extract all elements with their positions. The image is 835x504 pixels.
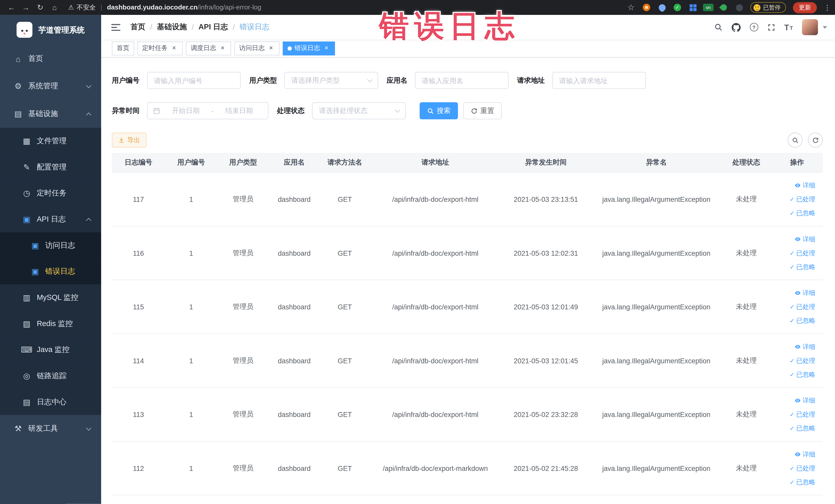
extension-paw-icon[interactable]	[735, 3, 744, 12]
action-detail-link[interactable]: 详细	[794, 181, 815, 190]
action-ignored-link[interactable]: ✓已忽略	[790, 478, 815, 486]
sidebar-item-config-management[interactable]: ✎配置管理	[0, 154, 101, 180]
extension-icon-4[interactable]	[688, 3, 697, 12]
action-detail-link[interactable]: 详细	[794, 235, 815, 244]
download-icon	[118, 137, 125, 143]
cell-time: 2021-05-02 23:32:28	[501, 410, 591, 418]
action-processed-link[interactable]: ✓已处理	[790, 410, 815, 419]
sidebar-item-infrastructure[interactable]: ▤基础设施	[0, 100, 101, 128]
search-button[interactable]: 搜索	[420, 102, 458, 119]
eye-icon	[794, 182, 801, 189]
tab-close-icon[interactable]: ×	[323, 44, 330, 52]
action-detail-link[interactable]: 详细	[794, 396, 815, 405]
tab-close-icon[interactable]: ×	[219, 44, 226, 52]
help-icon[interactable]: ?	[750, 23, 758, 31]
back-button[interactable]: ←	[4, 1, 19, 14]
action-processed-link[interactable]: ✓已处理	[790, 356, 815, 365]
cell-id: 113	[112, 410, 165, 418]
sidebar-item-java-monitor[interactable]: ⌨Java 监控	[0, 337, 101, 363]
action-processed-link[interactable]: ✓已处理	[790, 195, 815, 204]
reload-button[interactable]: ↻	[33, 1, 47, 14]
sidebar-item-trace[interactable]: ◎链路追踪	[0, 363, 101, 389]
cell-user-id: 1	[165, 464, 217, 472]
app-name-input[interactable]	[415, 72, 509, 89]
sidebar-item-file-management[interactable]: ▦文件管理	[0, 128, 101, 154]
address-bar[interactable]: ⚠ 不安全 | dashboard.yudao.iocoder.cn/infra…	[68, 3, 620, 12]
browser-menu-icon[interactable]: ⋮	[824, 3, 831, 11]
url-path: /infra/log/api-error-log	[198, 4, 261, 11]
request-url-input[interactable]	[552, 72, 646, 89]
refresh-button[interactable]	[808, 133, 823, 148]
action-detail-link[interactable]: 详细	[794, 342, 815, 351]
search-icon[interactable]	[714, 23, 722, 31]
sidebar-item-home[interactable]: ⌂首页	[0, 45, 101, 73]
action-processed-link[interactable]: ✓已处理	[790, 302, 815, 311]
sidebar-item-log-center[interactable]: ▤日志中心	[0, 389, 101, 415]
sidebar-item-dev-tools[interactable]: ⚒研发工具	[0, 415, 101, 443]
tab-dispatch-log[interactable]: 调度日志×	[186, 41, 231, 55]
fullscreen-icon[interactable]	[767, 23, 775, 31]
sidebar-item-redis-monitor[interactable]: ▨Redis 监控	[0, 310, 101, 337]
tab-close-icon[interactable]: ×	[170, 44, 178, 52]
action-processed-link[interactable]: ✓已处理	[790, 464, 815, 473]
forward-button[interactable]: →	[19, 1, 33, 14]
extension-leaf-icon[interactable]	[719, 3, 728, 12]
request-url-label: 请求地址	[517, 76, 545, 85]
action-ignored-link[interactable]: ✓已忽略	[790, 316, 815, 325]
update-button[interactable]: 更新	[793, 2, 817, 13]
cell-user-id: 1	[165, 410, 217, 418]
tab-close-icon[interactable]: ×	[267, 44, 274, 52]
cell-user-id: 1	[165, 303, 217, 311]
column-header: 请求地址	[370, 158, 501, 167]
sidebar-item-access-log[interactable]: ▣访问日志	[0, 233, 101, 259]
action-detail-link[interactable]: 详细	[794, 450, 815, 459]
cell-time: 2021-05-03 12:02:31	[501, 249, 591, 257]
export-button[interactable]: 导出	[112, 133, 147, 148]
breadcrumb-item[interactable]: API 日志	[199, 22, 228, 32]
tab-scheduled-jobs[interactable]: 定时任务×	[137, 41, 183, 55]
tab-error-log[interactable]: 错误日志×	[283, 41, 335, 55]
hamburger-icon[interactable]	[109, 21, 122, 33]
action-ignored-link[interactable]: ✓已忽略	[790, 370, 815, 379]
breadcrumb-item[interactable]: 基础设施	[157, 22, 187, 32]
extension-icon-2[interactable]	[658, 3, 666, 12]
hide-search-button[interactable]	[788, 133, 802, 148]
site-security[interactable]: ⚠ 不安全	[68, 3, 96, 12]
tab-home[interactable]: 首页	[112, 41, 134, 55]
chevron-down-icon[interactable]	[823, 26, 827, 28]
cell-status: 未处理	[721, 356, 771, 365]
font-size-icon[interactable]: TT	[784, 24, 793, 31]
sidebar-item-api-log[interactable]: ▣API 日志	[0, 206, 101, 233]
sidebar-item-mysql-monitor[interactable]: ▥MySQL 监控	[0, 284, 101, 311]
action-detail-link[interactable]: 详细	[794, 288, 815, 297]
sidebar-item-error-log[interactable]: ▣错误日志	[0, 258, 101, 284]
extension-on-badge[interactable]: on	[704, 3, 713, 12]
breadcrumb-item[interactable]: 首页	[130, 22, 145, 32]
chevron-down-icon	[86, 425, 91, 431]
breadcrumb-item[interactable]: 错误日志	[240, 22, 269, 32]
chevron-down-icon	[395, 107, 400, 113]
action-ignored-link[interactable]: ✓已忽略	[790, 424, 815, 432]
action-ignored-link[interactable]: ✓已忽略	[790, 208, 815, 218]
paused-badge[interactable]: 已暂停	[750, 2, 786, 13]
breadcrumb-separator: /	[233, 23, 235, 31]
process-status-select[interactable]: 请选择处理状态	[312, 102, 406, 119]
user-id-label: 用户编号	[112, 76, 140, 85]
exception-time-range-picker[interactable]: 开始日期 - 结束日期	[147, 102, 268, 119]
cell-method: GET	[320, 464, 370, 472]
sidebar-item-system-management[interactable]: ⚙系统管理	[0, 73, 101, 100]
sidebar-item-scheduled-jobs[interactable]: ◷定时任务	[0, 180, 101, 206]
extension-icon-1[interactable]	[642, 3, 651, 12]
user-type-select[interactable]: 请选择用户类型	[284, 72, 378, 89]
github-icon[interactable]	[732, 23, 740, 32]
home-button[interactable]: ⌂	[47, 1, 62, 14]
tab-access-log[interactable]: 访问日志×	[235, 41, 280, 55]
bookmark-star-icon[interactable]: ☆	[627, 3, 635, 12]
action-ignored-link[interactable]: ✓已忽略	[790, 262, 815, 271]
avatar[interactable]	[802, 19, 818, 35]
action-processed-link[interactable]: ✓已处理	[790, 248, 815, 258]
sidebar-logo[interactable]: 芋道管理系统	[0, 15, 101, 45]
extension-icon-3[interactable]: ✓	[673, 3, 681, 12]
user-id-input[interactable]	[147, 72, 241, 89]
reset-button[interactable]: 重置	[463, 102, 502, 119]
